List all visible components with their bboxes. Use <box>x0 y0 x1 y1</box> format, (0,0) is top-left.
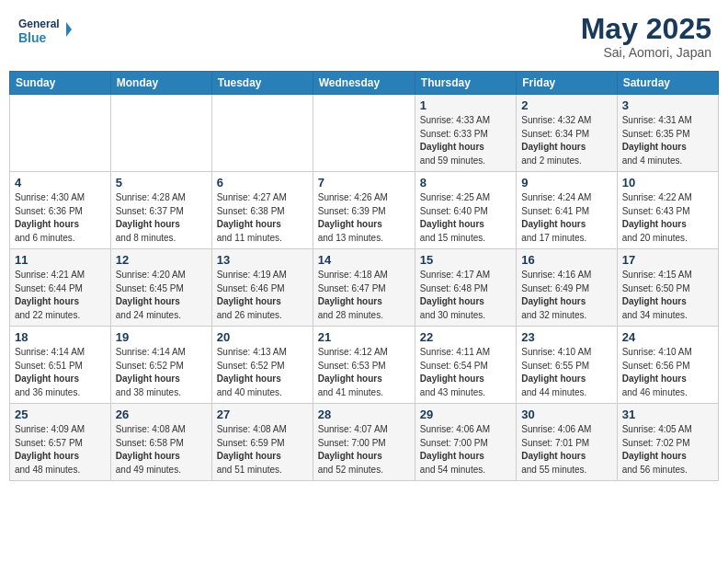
day-info: Sunrise: 4:10 AMSunset: 6:55 PMDaylight … <box>521 346 611 399</box>
day-info: Sunrise: 4:32 AMSunset: 6:34 PMDaylight … <box>521 114 611 167</box>
day-number: 8 <box>420 176 511 190</box>
calendar-cell: 29Sunrise: 4:06 AMSunset: 7:00 PMDayligh… <box>415 404 516 481</box>
calendar-cell: 1Sunrise: 4:33 AMSunset: 6:33 PMDaylight… <box>415 95 516 172</box>
day-info: Sunrise: 4:05 AMSunset: 7:02 PMDaylight … <box>622 423 713 477</box>
calendar-cell: 20Sunrise: 4:13 AMSunset: 6:52 PMDayligh… <box>211 327 313 404</box>
day-number: 22 <box>420 330 511 344</box>
day-info: Sunrise: 4:13 AMSunset: 6:52 PMDaylight … <box>217 346 308 399</box>
month-title: May 2025 <box>581 13 711 45</box>
col-header-wednesday: Wednesday <box>313 72 415 95</box>
calendar-cell: 23Sunrise: 4:10 AMSunset: 6:55 PMDayligh… <box>517 327 617 404</box>
calendar-cell: 30Sunrise: 4:06 AMSunset: 7:01 PMDayligh… <box>517 404 617 481</box>
day-number: 15 <box>420 253 511 267</box>
calendar-cell: 27Sunrise: 4:08 AMSunset: 6:59 PMDayligh… <box>211 404 313 481</box>
logo: General Blue <box>17 13 72 48</box>
day-info: Sunrise: 4:28 AMSunset: 6:37 PMDaylight … <box>116 191 207 245</box>
location: Sai, Aomori, Japan <box>581 45 711 60</box>
day-number: 18 <box>15 330 106 344</box>
calendar-cell: 19Sunrise: 4:14 AMSunset: 6:52 PMDayligh… <box>110 327 211 404</box>
calendar-cell: 6Sunrise: 4:27 AMSunset: 6:38 PMDaylight… <box>211 172 313 249</box>
calendar-cell <box>10 95 111 172</box>
day-info: Sunrise: 4:18 AMSunset: 6:47 PMDaylight … <box>318 269 410 322</box>
day-number: 25 <box>15 408 106 421</box>
day-number: 2 <box>521 98 611 112</box>
calendar-cell <box>211 95 313 172</box>
calendar-cell: 11Sunrise: 4:21 AMSunset: 6:44 PMDayligh… <box>10 249 111 327</box>
day-number: 7 <box>318 176 410 190</box>
day-info: Sunrise: 4:11 AMSunset: 6:54 PMDaylight … <box>420 346 511 399</box>
day-number: 14 <box>318 253 410 267</box>
day-info: Sunrise: 4:24 AMSunset: 6:41 PMDaylight … <box>521 191 611 245</box>
calendar-cell <box>110 95 211 172</box>
calendar-cell: 8Sunrise: 4:25 AMSunset: 6:40 PMDaylight… <box>415 172 516 249</box>
day-number: 17 <box>622 253 713 267</box>
calendar-cell: 24Sunrise: 4:10 AMSunset: 6:56 PMDayligh… <box>617 327 718 404</box>
day-info: Sunrise: 4:14 AMSunset: 6:51 PMDaylight … <box>15 346 106 399</box>
calendar-cell: 3Sunrise: 4:31 AMSunset: 6:35 PMDaylight… <box>617 95 718 172</box>
day-number: 26 <box>116 408 207 421</box>
day-number: 12 <box>116 253 207 267</box>
calendar-table: SundayMondayTuesdayWednesdayThursdayFrid… <box>9 71 719 481</box>
day-info: Sunrise: 4:17 AMSunset: 6:48 PMDaylight … <box>420 269 511 322</box>
calendar-cell: 4Sunrise: 4:30 AMSunset: 6:36 PMDaylight… <box>10 172 111 249</box>
day-info: Sunrise: 4:08 AMSunset: 6:58 PMDaylight … <box>116 423 207 477</box>
calendar-cell: 12Sunrise: 4:20 AMSunset: 6:45 PMDayligh… <box>110 249 211 327</box>
day-number: 13 <box>217 253 308 267</box>
calendar-cell: 25Sunrise: 4:09 AMSunset: 6:57 PMDayligh… <box>10 404 111 481</box>
calendar-cell: 5Sunrise: 4:28 AMSunset: 6:37 PMDaylight… <box>110 172 211 249</box>
calendar-cell: 7Sunrise: 4:26 AMSunset: 6:39 PMDaylight… <box>313 172 415 249</box>
calendar-cell: 18Sunrise: 4:14 AMSunset: 6:51 PMDayligh… <box>10 327 111 404</box>
day-info: Sunrise: 4:07 AMSunset: 7:00 PMDaylight … <box>318 423 410 477</box>
calendar-cell: 15Sunrise: 4:17 AMSunset: 6:48 PMDayligh… <box>415 249 516 327</box>
day-info: Sunrise: 4:06 AMSunset: 7:01 PMDaylight … <box>521 423 611 477</box>
day-number: 21 <box>318 330 410 344</box>
calendar-cell: 17Sunrise: 4:15 AMSunset: 6:50 PMDayligh… <box>617 249 718 327</box>
day-number: 1 <box>420 98 511 112</box>
col-header-monday: Monday <box>110 72 211 95</box>
day-number: 10 <box>622 176 713 190</box>
day-info: Sunrise: 4:21 AMSunset: 6:44 PMDaylight … <box>15 269 106 322</box>
col-header-sunday: Sunday <box>10 72 111 95</box>
day-number: 4 <box>15 176 106 190</box>
logo-svg: General Blue <box>17 13 72 48</box>
day-number: 19 <box>116 330 207 344</box>
day-number: 16 <box>521 253 611 267</box>
day-number: 31 <box>622 408 713 421</box>
calendar-cell: 2Sunrise: 4:32 AMSunset: 6:34 PMDaylight… <box>517 95 617 172</box>
day-info: Sunrise: 4:09 AMSunset: 6:57 PMDaylight … <box>15 423 106 477</box>
col-header-thursday: Thursday <box>415 72 516 95</box>
day-info: Sunrise: 4:30 AMSunset: 6:36 PMDaylight … <box>15 191 106 245</box>
day-info: Sunrise: 4:12 AMSunset: 6:53 PMDaylight … <box>318 346 410 399</box>
day-info: Sunrise: 4:19 AMSunset: 6:46 PMDaylight … <box>217 269 308 322</box>
day-number: 28 <box>318 408 410 421</box>
day-info: Sunrise: 4:31 AMSunset: 6:35 PMDaylight … <box>622 114 713 167</box>
day-info: Sunrise: 4:33 AMSunset: 6:33 PMDaylight … <box>420 114 511 167</box>
svg-text:Blue: Blue <box>18 30 47 45</box>
day-info: Sunrise: 4:14 AMSunset: 6:52 PMDaylight … <box>116 346 207 399</box>
title-block: May 2025 Sai, Aomori, Japan <box>581 13 711 60</box>
day-number: 27 <box>217 408 308 421</box>
calendar-cell: 13Sunrise: 4:19 AMSunset: 6:46 PMDayligh… <box>211 249 313 327</box>
calendar-cell: 28Sunrise: 4:07 AMSunset: 7:00 PMDayligh… <box>313 404 415 481</box>
day-info: Sunrise: 4:20 AMSunset: 6:45 PMDaylight … <box>116 269 207 322</box>
calendar-cell: 26Sunrise: 4:08 AMSunset: 6:58 PMDayligh… <box>110 404 211 481</box>
day-info: Sunrise: 4:27 AMSunset: 6:38 PMDaylight … <box>217 191 308 245</box>
col-header-friday: Friday <box>517 72 617 95</box>
day-number: 6 <box>217 176 308 190</box>
day-info: Sunrise: 4:16 AMSunset: 6:49 PMDaylight … <box>521 269 611 322</box>
calendar-cell: 22Sunrise: 4:11 AMSunset: 6:54 PMDayligh… <box>415 327 516 404</box>
calendar-cell: 16Sunrise: 4:16 AMSunset: 6:49 PMDayligh… <box>517 249 617 327</box>
day-info: Sunrise: 4:06 AMSunset: 7:00 PMDaylight … <box>420 423 511 477</box>
day-number: 23 <box>521 330 611 344</box>
col-header-tuesday: Tuesday <box>211 72 313 95</box>
day-number: 30 <box>521 408 611 421</box>
day-info: Sunrise: 4:15 AMSunset: 6:50 PMDaylight … <box>622 269 713 322</box>
day-number: 11 <box>15 253 106 267</box>
day-info: Sunrise: 4:08 AMSunset: 6:59 PMDaylight … <box>217 423 308 477</box>
day-number: 20 <box>217 330 308 344</box>
calendar-cell: 21Sunrise: 4:12 AMSunset: 6:53 PMDayligh… <box>313 327 415 404</box>
col-header-saturday: Saturday <box>617 72 718 95</box>
day-number: 5 <box>116 176 207 190</box>
day-info: Sunrise: 4:10 AMSunset: 6:56 PMDaylight … <box>622 346 713 399</box>
calendar-cell: 14Sunrise: 4:18 AMSunset: 6:47 PMDayligh… <box>313 249 415 327</box>
